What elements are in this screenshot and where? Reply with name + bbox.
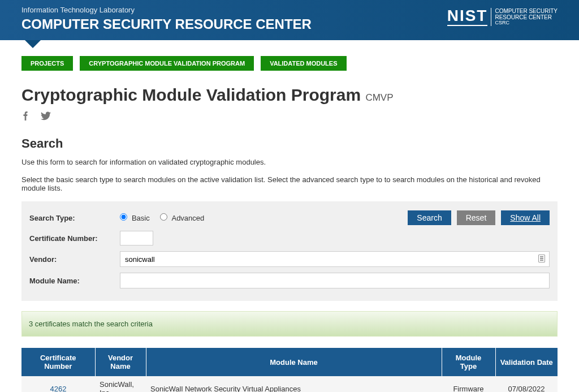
breadcrumbs: PROJECTS CRYPTOGRAPHIC MODULE VALIDATION…: [21, 56, 558, 71]
th-date[interactable]: Validation Date: [495, 348, 558, 376]
label-vendor: Vendor:: [29, 255, 120, 264]
cell-vendor: SonicWall, Inc.: [95, 376, 146, 392]
radio-advanced-label: Advanced: [171, 214, 204, 222]
showall-button[interactable]: Show All: [501, 210, 550, 225]
site-header: Information Technology Laboratory COMPUT…: [0, 0, 579, 40]
search-desc-2: Select the basic search type to search m…: [21, 175, 558, 192]
vendor-input[interactable]: [120, 251, 550, 267]
table-header-row: Certificate Number Vendor Name Module Na…: [21, 348, 558, 376]
cert-number-input[interactable]: [120, 231, 153, 245]
header-arrow: [25, 40, 41, 48]
search-desc-1: Use this form to search for information …: [21, 158, 558, 166]
radio-advanced[interactable]: [160, 213, 167, 221]
cell-module: SonicWall Network Security Virtual Appli…: [146, 376, 442, 392]
share-bar: [21, 111, 558, 123]
module-name-input[interactable]: [120, 273, 550, 288]
table-row: 4262 SonicWall, Inc. SonicWall Network S…: [21, 376, 558, 392]
main-container: PROJECTS CRYPTOGRAPHIC MODULE VALIDATION…: [0, 40, 579, 392]
results-table: Certificate Number Vendor Name Module Na…: [21, 348, 558, 392]
nist-logo: NIST COMPUTER SECURITY RESOURCE CENTER C…: [447, 8, 558, 26]
search-heading: Search: [21, 136, 558, 151]
breadcrumb-cmvp[interactable]: CRYPTOGRAPHIC MODULE VALIDATION PROGRAM: [80, 56, 254, 71]
th-module[interactable]: Module Name: [146, 348, 442, 376]
label-cert-no: Certificate Number:: [29, 234, 120, 243]
twitter-icon[interactable]: [41, 111, 51, 123]
label-search-type: Search Type:: [29, 214, 120, 222]
cert-link[interactable]: 4262: [50, 385, 67, 393]
reset-button[interactable]: Reset: [457, 210, 496, 225]
table-body: 4262 SonicWall, Inc. SonicWall Network S…: [21, 376, 558, 392]
page-title: Cryptographic Module Validation Program …: [21, 85, 558, 105]
breadcrumb-validated-modules[interactable]: VALIDATED MODULES: [261, 56, 346, 71]
nist-subtext: COMPUTER SECURITY RESOURCE CENTER CSRC: [491, 8, 558, 26]
search-form: Search Type: Basic Advanced Search Reset…: [21, 201, 558, 301]
cell-date: 07/08/2022: [495, 376, 558, 392]
radio-basic[interactable]: [120, 213, 127, 221]
result-banner: 3 certificates match the search criteria: [21, 311, 558, 337]
breadcrumb-projects[interactable]: PROJECTS: [21, 56, 73, 71]
radio-basic-label: Basic: [132, 214, 150, 222]
button-row: Search Reset Show All: [408, 210, 550, 225]
cell-type: Firmware: [442, 376, 495, 392]
nist-wordmark: NIST: [447, 8, 488, 26]
search-button[interactable]: Search: [408, 210, 451, 225]
th-vendor[interactable]: Vendor Name: [95, 348, 146, 376]
th-cert[interactable]: Certificate Number: [21, 348, 95, 376]
facebook-icon[interactable]: [21, 111, 29, 123]
th-type[interactable]: Module Type: [442, 348, 495, 376]
label-module-name: Module Name:: [29, 277, 120, 285]
autocomplete-icon: [538, 255, 545, 262]
